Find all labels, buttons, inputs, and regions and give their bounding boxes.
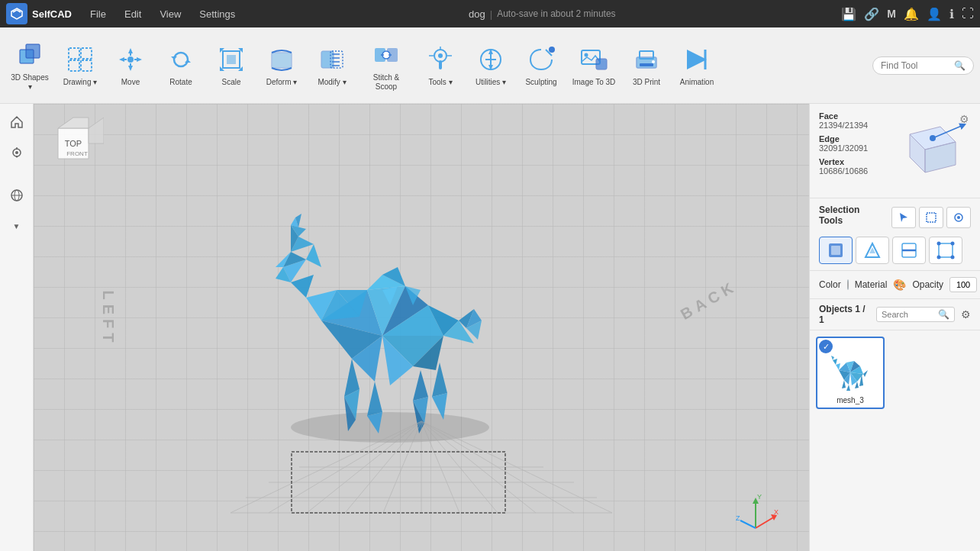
- svg-point-143: [957, 216, 960, 219]
- tool-modify[interactable]: Modify ▾: [308, 35, 356, 96]
- svg-marker-64: [89, 118, 104, 143]
- world-tool[interactable]: [5, 183, 29, 208]
- bell-icon[interactable]: 🔔: [904, 7, 919, 21]
- svg-point-153: [937, 256, 941, 259]
- tool-rotate[interactable]: Rotate: [157, 35, 205, 96]
- svg-point-38: [438, 53, 443, 58]
- mode-face-btn[interactable]: [856, 237, 889, 264]
- right-panel: Face 21394/21394 Edge 32091/32091 Vertex…: [809, 104, 980, 551]
- svg-rect-7: [81, 60, 92, 71]
- opacity-input[interactable]: [949, 277, 977, 292]
- deform-icon: [266, 44, 297, 75]
- home-tool[interactable]: [5, 110, 29, 134]
- sel-box-btn[interactable]: [919, 207, 943, 228]
- tool-image-to-3d[interactable]: Image To 3D: [568, 35, 620, 96]
- move-label: Move: [121, 78, 140, 87]
- settings-gear-icon[interactable]: ⚙: [959, 113, 969, 125]
- edge-value: 32091/32091: [819, 143, 868, 153]
- svg-marker-165: [831, 356, 834, 360]
- sel-point-btn[interactable]: [891, 207, 916, 228]
- file-name: dog: [469, 8, 485, 20]
- svg-text:Z: Z: [736, 514, 740, 522]
- user-icon[interactable]: 👤: [927, 7, 942, 21]
- utilities-icon: [475, 44, 506, 75]
- thumb-selected-check: ✓: [819, 340, 833, 353]
- svg-marker-166: [842, 380, 846, 388]
- info-icon[interactable]: ℹ: [949, 7, 954, 21]
- tools-icon: [425, 44, 456, 75]
- menu-settings[interactable]: Settings: [192, 5, 243, 23]
- tool-drawing[interactable]: Drawing ▾: [56, 35, 104, 96]
- svg-point-154: [951, 256, 955, 259]
- objects-count: Objects 1 / 1: [819, 304, 870, 325]
- mode-vertex-btn[interactable]: [929, 237, 962, 264]
- svg-point-53: [652, 60, 655, 63]
- svg-text:TOP: TOP: [65, 139, 82, 148]
- tool-3d-shapes[interactable]: 3D Shapes ▾: [6, 35, 53, 96]
- edge-label: Edge: [819, 134, 868, 143]
- selection-tools-section: Selection Tools: [810, 198, 980, 271]
- tool-3d-print[interactable]: 3D Print: [623, 35, 670, 96]
- file-title: dog | Auto-save in about 2 minutes: [469, 8, 616, 20]
- svg-point-8: [127, 56, 134, 63]
- tool-deform[interactable]: Deform ▾: [258, 35, 305, 96]
- svg-line-130: [756, 517, 775, 528]
- svg-text:X: X: [774, 508, 779, 516]
- sculpting-icon: [526, 44, 556, 75]
- color-swatch[interactable]: [847, 279, 849, 290]
- menu-view[interactable]: View: [152, 5, 189, 23]
- fullscreen-icon[interactable]: ⛶: [962, 7, 974, 21]
- tool-sculpting[interactable]: Sculpting: [517, 35, 565, 96]
- svg-rect-25: [272, 53, 292, 68]
- svg-text:FRONT: FRONT: [66, 150, 88, 157]
- dropdown-arrow[interactable]: ▼: [5, 214, 29, 238]
- image-to-3d-icon: [579, 44, 609, 75]
- svg-marker-18: [185, 60, 191, 63]
- svg-marker-163: [836, 363, 840, 370]
- vertex-value: 10686/10686: [819, 166, 868, 176]
- svg-rect-6: [69, 60, 79, 71]
- share-icon[interactable]: 🔗: [864, 7, 879, 21]
- svg-point-56: [15, 151, 18, 154]
- search-input[interactable]: [882, 310, 935, 319]
- scale-icon: [216, 44, 247, 75]
- tool-move[interactable]: Move: [107, 35, 154, 96]
- axis-indicator: Y X Z: [733, 490, 779, 536]
- tool-animation[interactable]: Animation: [673, 35, 720, 96]
- material-icon: 🎨: [893, 279, 906, 291]
- svg-rect-20: [227, 55, 236, 64]
- object-thumbnail-mesh3[interactable]: ✓: [816, 337, 885, 409]
- svg-rect-4: [69, 48, 79, 59]
- tools-label: Tools ▾: [428, 78, 452, 87]
- mode-edge-btn[interactable]: [892, 237, 926, 264]
- m-icon[interactable]: M: [887, 8, 896, 20]
- objects-settings-icon[interactable]: ⚙: [961, 308, 971, 321]
- menu-file[interactable]: File: [82, 5, 114, 23]
- rotate-icon: [166, 44, 196, 75]
- svg-rect-39: [439, 60, 442, 69]
- find-tool-input[interactable]: [881, 60, 949, 71]
- tool-scale[interactable]: Scale: [208, 35, 255, 96]
- mode-object-btn[interactable]: [819, 237, 853, 264]
- search-box: 🔍: [876, 307, 955, 322]
- svg-marker-83: [306, 244, 321, 267]
- svg-rect-5: [81, 48, 92, 59]
- find-tool-search-icon: 🔍: [954, 60, 965, 71]
- tool-utilities[interactable]: Utilities ▾: [467, 35, 514, 96]
- modify-icon: [317, 44, 347, 75]
- svg-point-151: [937, 242, 941, 246]
- camera-tool[interactable]: [5, 140, 29, 165]
- svg-text:Y: Y: [757, 493, 762, 501]
- tool-stitch-scoop[interactable]: Stitch & Scoop: [359, 35, 414, 96]
- nav-cube[interactable]: TOP FRONT: [43, 113, 104, 174]
- logo-icon: [6, 3, 27, 24]
- tool-tools[interactable]: Tools ▾: [417, 35, 464, 96]
- svg-point-46: [549, 47, 555, 53]
- svg-rect-1: [26, 44, 40, 58]
- menu-edit[interactable]: Edit: [117, 5, 149, 23]
- 3d-shapes-label: 3D Shapes ▾: [9, 73, 50, 92]
- viewport[interactable]: LEFT BACK TOP FRONT: [34, 104, 809, 551]
- sel-paint-btn[interactable]: [946, 207, 971, 228]
- menu-bar: SelfCAD File Edit View Settings dog | Au…: [0, 0, 980, 27]
- save-icon[interactable]: 💾: [841, 7, 856, 21]
